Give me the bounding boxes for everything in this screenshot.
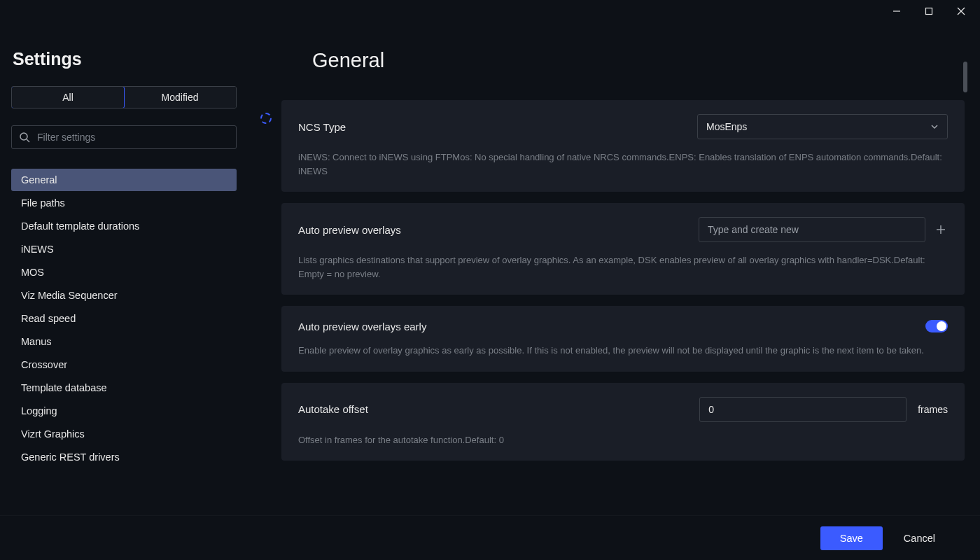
nav-list: General File paths Default template dura… bbox=[11, 169, 237, 468]
setting-label: Auto preview overlays bbox=[298, 224, 401, 236]
setting-ncs-type: NCS Type MosEnps iNEWS: Connect to iNEWS… bbox=[281, 100, 965, 192]
setting-gutter bbox=[251, 100, 281, 192]
tab-all[interactable]: All bbox=[11, 86, 125, 108]
cancel-button[interactable]: Cancel bbox=[898, 526, 941, 550]
save-button[interactable]: Save bbox=[820, 526, 883, 550]
sidebar-item-general[interactable]: General bbox=[11, 169, 237, 191]
sidebar-item-template-database[interactable]: Template database bbox=[11, 377, 237, 399]
setting-autotake-offset: Autotake offset frames Offset in frames … bbox=[281, 383, 965, 461]
setting-label: Auto preview overlays early bbox=[298, 321, 426, 332]
sidebar: Settings All Modified General File paths… bbox=[11, 22, 237, 515]
auto-preview-early-toggle[interactable] bbox=[925, 320, 948, 332]
search-container bbox=[11, 125, 237, 149]
svg-line-5 bbox=[27, 139, 29, 142]
plus-icon bbox=[935, 224, 946, 235]
auto-preview-input[interactable] bbox=[699, 217, 925, 242]
setting-description: Offset in frames for the autotake functi… bbox=[298, 433, 948, 447]
setting-auto-preview-overlays: Auto preview overlays Lists graphics des… bbox=[281, 203, 965, 295]
unit-label: frames bbox=[918, 404, 948, 415]
sidebar-item-crossover[interactable]: Crossover bbox=[11, 354, 237, 376]
svg-rect-1 bbox=[926, 8, 932, 15]
sidebar-item-inews[interactable]: iNEWS bbox=[11, 238, 237, 260]
sidebar-item-logging[interactable]: Logging bbox=[11, 400, 237, 422]
setting-auto-preview-early: Auto preview overlays early Enable previ… bbox=[281, 306, 965, 372]
search-input[interactable] bbox=[37, 132, 229, 143]
search-icon bbox=[19, 132, 30, 143]
sidebar-item-default-template-durations[interactable]: Default template durations bbox=[11, 215, 237, 237]
sidebar-item-generic-rest-drivers[interactable]: Generic REST drivers bbox=[11, 446, 237, 468]
setting-label: NCS Type bbox=[298, 121, 346, 133]
add-button[interactable] bbox=[934, 223, 948, 237]
main-content: General NCS Type MosEnps iNEWS: Connect … bbox=[251, 22, 969, 515]
tab-modified[interactable]: Modified bbox=[124, 87, 236, 108]
sidebar-item-mos[interactable]: MOS bbox=[11, 261, 237, 284]
sidebar-item-vizrt-graphics[interactable]: Vizrt Graphics bbox=[11, 423, 237, 445]
sidebar-item-manus[interactable]: Manus bbox=[11, 330, 237, 353]
setting-description: Enable preview of overlay graphics as ea… bbox=[298, 344, 948, 358]
filter-tabs: All Modified bbox=[11, 86, 237, 108]
chevron-down-icon bbox=[930, 122, 939, 131]
loading-icon bbox=[260, 113, 272, 124]
scrollbar-thumb[interactable] bbox=[963, 62, 967, 92]
svg-point-4 bbox=[20, 133, 27, 140]
minimize-button[interactable] bbox=[881, 0, 913, 22]
autotake-offset-input[interactable] bbox=[699, 397, 906, 422]
select-value: MosEnps bbox=[706, 121, 747, 132]
footer: Save Cancel bbox=[0, 515, 980, 560]
maximize-button[interactable] bbox=[913, 0, 945, 22]
close-button[interactable] bbox=[945, 0, 977, 22]
setting-label: Autotake offset bbox=[298, 403, 368, 415]
setting-description: Lists graphics destinations that support… bbox=[298, 253, 948, 281]
setting-description: iNEWS: Connect to iNEWS using FTPMos: No… bbox=[298, 150, 948, 178]
section-heading: General bbox=[312, 49, 965, 72]
page-title: Settings bbox=[11, 49, 237, 69]
sidebar-item-read-speed[interactable]: Read speed bbox=[11, 307, 237, 330]
ncs-type-select[interactable]: MosEnps bbox=[697, 114, 948, 139]
titlebar bbox=[0, 0, 980, 22]
sidebar-item-file-paths[interactable]: File paths bbox=[11, 192, 237, 214]
sidebar-item-viz-media-sequencer[interactable]: Viz Media Sequencer bbox=[11, 284, 237, 307]
